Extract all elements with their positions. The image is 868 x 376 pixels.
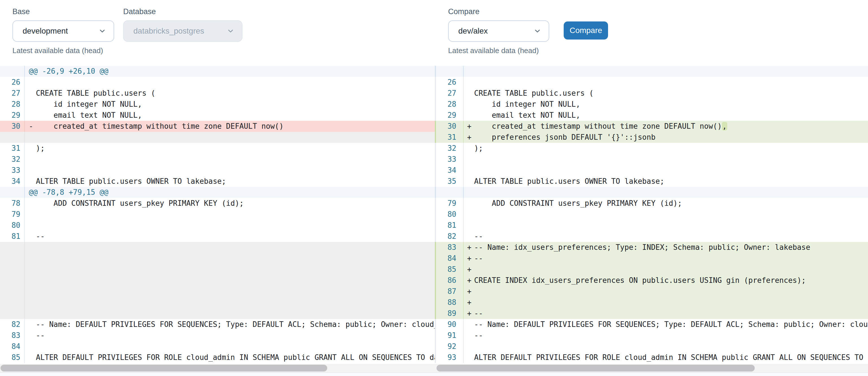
code-text <box>464 220 868 231</box>
line-number: 80 <box>0 220 25 231</box>
filler-row <box>0 132 435 143</box>
line-number: 29 <box>0 110 25 121</box>
schema-diff-page: Base development Database databricks_pos… <box>0 0 868 376</box>
code-text: + <box>464 297 868 308</box>
diff-line-row: 84 <box>0 341 435 352</box>
diff-line-row: 78 ADD CONSTRAINT users_pkey PRIMARY KEY… <box>0 198 435 209</box>
diff-line-row: 82-- Name: DEFAULT PRIVILEGES FOR SEQUEN… <box>0 319 435 330</box>
left-horizontal-scrollbar <box>0 364 435 372</box>
diff-line-row: 29 email text NOT NULL, <box>435 110 868 121</box>
diff-line-row: 30- created_at timestamp without time zo… <box>0 121 435 132</box>
code-text: +-- <box>464 308 868 319</box>
line-number: 86 <box>436 275 464 286</box>
diff-line-row: 29 email text NOT NULL, <box>0 110 435 121</box>
diff-line-row: 88+ <box>435 297 868 308</box>
diff-line-row: 81 <box>435 220 868 231</box>
code-text <box>25 264 435 275</box>
diff-line-row: 28 id integer NOT NULL, <box>0 99 435 110</box>
diff-line-row: 33 <box>435 154 868 165</box>
diff-line-row: 34 <box>435 165 868 176</box>
line-number: 83 <box>0 330 25 341</box>
diff-line-row: 91-- <box>435 330 868 341</box>
diff-line-row: 80 <box>0 220 435 231</box>
code-text <box>464 341 868 352</box>
code-text: + <box>464 286 868 297</box>
code-text: CREATE TABLE public.users ( <box>464 88 868 99</box>
line-number: 93 <box>436 352 464 363</box>
filler-row <box>0 264 435 275</box>
filler-row <box>0 253 435 264</box>
diff-marker: - <box>29 121 36 132</box>
line-number <box>0 286 25 297</box>
code-text: + <box>464 264 868 275</box>
diff-marker: + <box>467 286 474 297</box>
line-number: 84 <box>0 341 25 352</box>
code-text: -- <box>464 231 868 242</box>
line-number: 27 <box>0 88 25 99</box>
diff-line-row: 83+-- Name: idx_users_preferences; Type:… <box>435 242 868 253</box>
code-text: id integer NOT NULL, <box>25 99 435 110</box>
code-text <box>25 209 435 220</box>
compare-select-value: dev/alex <box>458 27 488 36</box>
diff-line-row: 79 <box>0 209 435 220</box>
base-select-value: development <box>23 27 68 36</box>
base-head-subtext: Latest available data (head) <box>12 46 103 55</box>
line-number: 32 <box>436 143 464 154</box>
line-number: 78 <box>0 198 25 209</box>
line-number <box>0 264 25 275</box>
code-text <box>25 275 435 286</box>
line-number: 83 <box>436 242 464 253</box>
left-scrollbar-thumb[interactable] <box>1 365 327 372</box>
code-text <box>25 253 435 264</box>
database-select: databricks_postgres <box>123 20 242 42</box>
code-text <box>25 154 435 165</box>
line-number: 34 <box>0 176 25 187</box>
line-number: 33 <box>0 165 25 176</box>
hunk-header-row <box>435 66 868 77</box>
diff-line-row: 26 <box>0 77 435 88</box>
code-text: + created_at timestamp without time zone… <box>464 121 868 132</box>
diff-line-row: 93ALTER DEFAULT PRIVILEGES FOR ROLE clou… <box>435 352 868 363</box>
chevron-down-icon <box>533 27 541 35</box>
line-number <box>0 187 25 198</box>
code-text: ); <box>25 143 435 154</box>
compare-button[interactable]: Compare <box>564 22 608 39</box>
diff-marker: + <box>467 132 474 143</box>
base-select[interactable]: development <box>12 20 114 42</box>
code-text <box>25 286 435 297</box>
filler-row <box>0 308 435 319</box>
diff-line-row: 81-- <box>0 231 435 242</box>
diff-line-row: 32 <box>0 154 435 165</box>
right-scrollbar-thumb[interactable] <box>437 365 755 372</box>
line-number: 85 <box>436 264 464 275</box>
filler-row <box>0 297 435 308</box>
diff-line-row: 30+ created_at timestamp without time zo… <box>435 121 868 132</box>
diff-line-row: 31); <box>0 143 435 154</box>
diff-line-row: 86+CREATE INDEX idx_users_preferences ON… <box>435 275 868 286</box>
diff-marker: + <box>467 242 474 253</box>
code-text: +-- Name: idx_users_preferences; Type: I… <box>464 242 868 253</box>
chevron-down-icon <box>227 27 235 35</box>
line-number <box>0 275 25 286</box>
code-text: -- <box>25 330 435 341</box>
code-text: email text NOT NULL, <box>25 110 435 121</box>
hunk-header-text: @@ -26,9 +26,10 @@ <box>25 66 435 77</box>
diff-compare-panel: 2627CREATE TABLE public.users (28 id int… <box>435 66 868 363</box>
hunk-header-row: @@ -78,8 +79,15 @@ <box>0 187 435 198</box>
line-number <box>436 187 464 198</box>
line-number <box>436 66 464 77</box>
diff-line-row: 92 <box>435 341 868 352</box>
line-number: 81 <box>436 220 464 231</box>
hunk-header-text: @@ -78,8 +79,15 @@ <box>25 187 435 198</box>
code-text <box>25 297 435 308</box>
line-number: 30 <box>436 121 464 132</box>
line-number: 82 <box>436 231 464 242</box>
right-horizontal-scrollbar <box>435 364 868 372</box>
code-text: -- Name: DEFAULT PRIVILEGES FOR SEQUENCE… <box>25 319 435 330</box>
line-number <box>0 242 25 253</box>
line-number: 30 <box>0 121 25 132</box>
compare-select[interactable]: dev/alex <box>448 20 549 42</box>
line-number: 84 <box>436 253 464 264</box>
hunk-header-row: @@ -26,9 +26,10 @@ <box>0 66 435 77</box>
diff-line-row: 79 ADD CONSTRAINT users_pkey PRIMARY KEY… <box>435 198 868 209</box>
